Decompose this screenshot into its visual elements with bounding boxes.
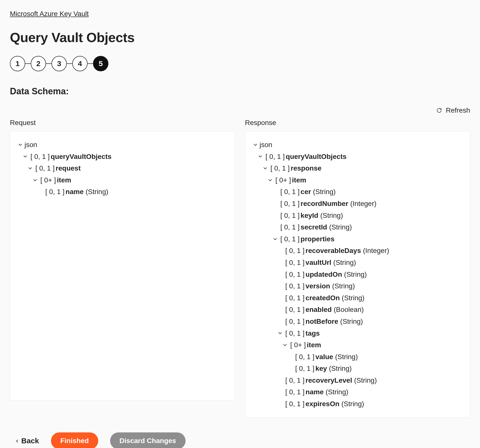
request-tree-row[interactable]: json (16, 139, 229, 151)
tree-node-cardinality: [ 0, 1 ] (285, 270, 305, 279)
refresh-button[interactable]: Refresh (10, 106, 470, 114)
chevron-down-icon[interactable] (277, 330, 283, 336)
tree-node-cardinality: [ 0, 1 ] (285, 317, 305, 326)
response-tree-row: [ 0, 1 ] key (String) (251, 363, 464, 374)
response-tree-row: [ 0, 1 ] recordNumber (Integer) (251, 198, 464, 210)
request-tree-row[interactable]: [ 0, 1 ] queryVaultObjects (16, 151, 229, 163)
tree-node-cardinality: [ 0, 1 ] (285, 247, 305, 255)
tree-node-type: (String) (354, 376, 377, 385)
request-tree-row[interactable]: [ 0+ ] item (16, 174, 229, 186)
step-1[interactable]: 1 (10, 56, 25, 71)
tree-node-type: (Boolean) (334, 305, 364, 314)
chevron-down-icon[interactable] (262, 165, 268, 172)
tree-node-name: key (315, 364, 327, 373)
tree-node-cardinality: [ 0, 1 ] (285, 400, 305, 408)
response-tree-row[interactable]: json (251, 139, 464, 151)
tree-node-name: version (306, 282, 330, 290)
response-tree-row: [ 0, 1 ] cer (String) (251, 186, 464, 198)
tree-node-name: request (56, 164, 81, 173)
finished-button[interactable]: Finished (51, 432, 98, 448)
tree-node-cardinality: [ 0, 1 ] (285, 376, 305, 385)
step-4[interactable]: 4 (72, 56, 88, 71)
chevron-down-icon[interactable] (252, 142, 259, 148)
response-tree-row[interactable]: [ 0, 1 ] properties (251, 233, 464, 245)
response-tree-row: [ 0, 1 ] secretId (String) (251, 221, 464, 233)
back-button[interactable]: Back (15, 437, 39, 445)
response-tree-row: [ 0, 1 ] version (String) (251, 280, 464, 292)
chevron-down-icon[interactable] (22, 153, 28, 160)
step-5[interactable]: 5 (93, 56, 108, 71)
tree-node-cardinality: [ 0, 1 ] (285, 388, 305, 396)
request-panel: json[ 0, 1 ] queryVaultObjects[ 0, 1 ] r… (10, 131, 235, 400)
tree-node-type: (String) (326, 388, 348, 396)
stepper: 12345 (10, 56, 470, 71)
tree-node-cardinality: [ 0, 1 ] (285, 305, 305, 314)
chevron-down-icon[interactable] (257, 153, 264, 160)
tree-node-name: updatedOn (306, 270, 342, 279)
breadcrumb-link[interactable]: Microsoft Azure Key Vault (10, 10, 89, 18)
chevron-down-icon[interactable] (17, 142, 24, 148)
tree-node-cardinality: [ 0, 1 ] (285, 329, 305, 338)
request-panel-label: Request (10, 119, 235, 127)
response-tree-row: [ 0, 1 ] keyId (String) (251, 210, 464, 222)
response-tree-row: [ 0, 1 ] notBefore (String) (251, 316, 464, 327)
tree-node-name: recoveryLevel (306, 376, 352, 385)
tree-node-cardinality: [ 0, 1 ] (270, 164, 290, 173)
response-tree-row: [ 0, 1 ] enabled (Boolean) (251, 304, 464, 316)
tree-node-label: json (260, 141, 272, 149)
response-tree-row[interactable]: [ 0+ ] item (251, 174, 464, 186)
tree-node-name: recoverableDays (306, 247, 361, 255)
chevron-down-icon[interactable] (282, 342, 288, 348)
tree-node-type: (String) (340, 317, 363, 326)
chevron-down-icon[interactable] (27, 165, 33, 172)
tree-node-type: (String) (86, 188, 108, 196)
step-connector (88, 63, 93, 64)
tree-node-cardinality: [ 0, 1 ] (280, 235, 300, 243)
page-title: Query Vault Objects (10, 30, 470, 45)
step-3[interactable]: 3 (51, 56, 67, 71)
discard-button[interactable]: Discard Changes (110, 432, 186, 448)
section-title: Data Schema: (10, 86, 470, 97)
tree-node-cardinality: [ 0, 1 ] (285, 294, 305, 302)
tree-node-cardinality: [ 0, 1 ] (30, 152, 50, 161)
tree-node-type: (String) (335, 353, 358, 361)
response-tree-row[interactable]: [ 0+ ] item (251, 339, 464, 351)
tree-node-type: (Integer) (363, 247, 389, 255)
tree-node-type: (String) (344, 270, 367, 279)
tree-node-name: queryVaultObjects (286, 152, 347, 161)
tree-node-type: (String) (332, 282, 355, 290)
chevron-down-icon[interactable] (272, 236, 278, 242)
response-tree-row[interactable]: [ 0, 1 ] response (251, 162, 464, 174)
chevron-down-icon[interactable] (267, 177, 273, 183)
tree-node-name: name (306, 388, 324, 396)
refresh-label: Refresh (446, 106, 470, 114)
tree-node-cardinality: [ 0, 1 ] (295, 364, 314, 373)
tree-node-type: (Integer) (350, 199, 377, 208)
response-tree-row[interactable]: [ 0, 1 ] queryVaultObjects (251, 151, 464, 163)
tree-node-label: json (24, 141, 37, 149)
response-tree-row: [ 0, 1 ] vaultUrl (String) (251, 257, 464, 269)
tree-node-name: recordNumber (301, 199, 348, 208)
tree-node-name: queryVaultObjects (51, 152, 112, 161)
tree-node-name: item (57, 176, 71, 184)
chevron-down-icon[interactable] (32, 177, 38, 183)
tree-node-cardinality: [ 0, 1 ] (295, 353, 314, 361)
response-tree-row: [ 0, 1 ] createdOn (String) (251, 292, 464, 304)
response-tree-row[interactable]: [ 0, 1 ] tags (251, 327, 464, 339)
tree-node-name: expiresOn (306, 400, 339, 408)
tree-node-name: name (66, 188, 84, 196)
tree-node-cardinality: [ 0, 1 ] (265, 152, 285, 161)
request-tree-row: [ 0, 1 ] name (String) (16, 186, 229, 198)
tree-node-name: item (292, 176, 306, 184)
tree-node-name: item (307, 341, 321, 349)
tree-node-cardinality: [ 0+ ] (275, 176, 291, 184)
tree-node-name: cer (301, 188, 311, 196)
tree-node-name: createdOn (306, 294, 340, 302)
response-tree-row: [ 0, 1 ] name (String) (251, 386, 464, 398)
request-tree-row[interactable]: [ 0, 1 ] request (16, 162, 229, 174)
tree-node-type: (String) (341, 400, 364, 408)
tree-node-name: properties (301, 235, 335, 243)
tree-node-name: secretId (301, 223, 327, 231)
tree-node-cardinality: [ 0, 1 ] (285, 258, 305, 267)
step-2[interactable]: 2 (31, 56, 46, 71)
